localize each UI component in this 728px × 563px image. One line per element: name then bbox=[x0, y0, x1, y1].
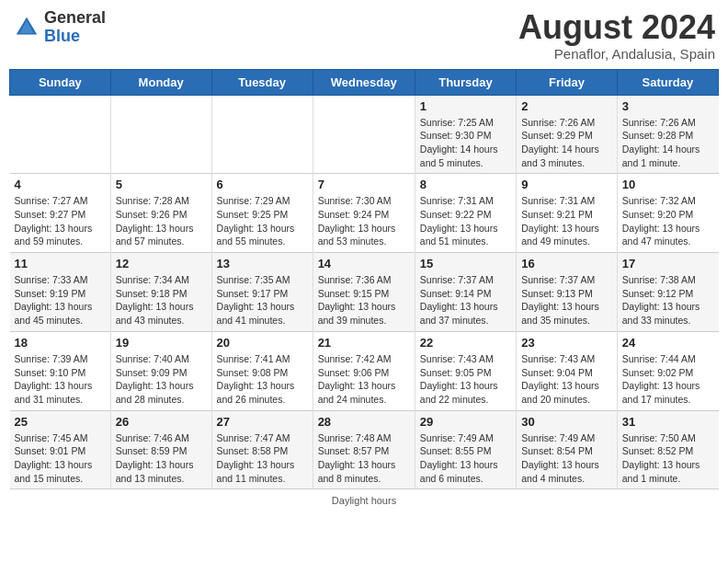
calendar-cell bbox=[313, 95, 415, 174]
day-header-sunday: Sunday bbox=[10, 69, 111, 95]
day-info: Sunrise: 7:39 AM Sunset: 9:10 PM Dayligh… bbox=[15, 352, 106, 407]
calendar-cell: 12Sunrise: 7:34 AM Sunset: 9:18 PM Dayli… bbox=[110, 253, 211, 332]
day-header-friday: Friday bbox=[517, 69, 618, 95]
calendar-cell: 10Sunrise: 7:32 AM Sunset: 9:20 PM Dayli… bbox=[617, 174, 718, 253]
day-info: Sunrise: 7:26 AM Sunset: 9:28 PM Dayligh… bbox=[622, 116, 714, 170]
header-row: SundayMondayTuesdayWednesdayThursdayFrid… bbox=[10, 69, 719, 95]
month-title: August 2024 bbox=[518, 9, 715, 46]
logo-general: General bbox=[44, 9, 106, 28]
calendar-cell: 21Sunrise: 7:42 AM Sunset: 9:06 PM Dayli… bbox=[313, 331, 415, 410]
day-info: Sunrise: 7:43 AM Sunset: 9:04 PM Dayligh… bbox=[521, 352, 612, 407]
calendar-cell: 26Sunrise: 7:46 AM Sunset: 8:59 PM Dayli… bbox=[110, 410, 211, 489]
day-info: Sunrise: 7:33 AM Sunset: 9:19 PM Dayligh… bbox=[15, 273, 106, 327]
day-number: 31 bbox=[622, 415, 714, 429]
day-info: Sunrise: 7:42 AM Sunset: 9:06 PM Dayligh… bbox=[318, 352, 410, 407]
day-number: 9 bbox=[521, 178, 612, 191]
day-number: 11 bbox=[15, 257, 106, 270]
day-number: 2 bbox=[521, 99, 612, 113]
calendar-cell: 20Sunrise: 7:41 AM Sunset: 9:08 PM Dayli… bbox=[211, 331, 313, 410]
calendar-cell: 29Sunrise: 7:49 AM Sunset: 8:55 PM Dayli… bbox=[415, 410, 516, 489]
calendar-cell: 7Sunrise: 7:30 AM Sunset: 9:24 PM Daylig… bbox=[313, 174, 415, 253]
day-number: 5 bbox=[116, 178, 207, 191]
calendar-cell: 1Sunrise: 7:25 AM Sunset: 9:30 PM Daylig… bbox=[415, 95, 516, 174]
calendar-cell bbox=[10, 95, 111, 174]
calendar-cell: 14Sunrise: 7:36 AM Sunset: 9:15 PM Dayli… bbox=[313, 253, 415, 332]
day-number: 10 bbox=[622, 178, 714, 191]
calendar-cell bbox=[211, 95, 313, 174]
day-header-thursday: Thursday bbox=[415, 69, 516, 95]
day-info: Sunrise: 7:26 AM Sunset: 9:29 PM Dayligh… bbox=[521, 116, 612, 170]
day-number: 12 bbox=[116, 257, 207, 270]
day-header-tuesday: Tuesday bbox=[211, 69, 313, 95]
day-info: Sunrise: 7:31 AM Sunset: 9:21 PM Dayligh… bbox=[521, 194, 612, 248]
day-info: Sunrise: 7:31 AM Sunset: 9:22 PM Dayligh… bbox=[420, 194, 511, 248]
day-info: Sunrise: 7:43 AM Sunset: 9:05 PM Dayligh… bbox=[420, 352, 511, 407]
week-row-1: 4Sunrise: 7:27 AM Sunset: 9:27 PM Daylig… bbox=[10, 174, 719, 253]
calendar-cell: 9Sunrise: 7:31 AM Sunset: 9:21 PM Daylig… bbox=[517, 174, 618, 253]
calendar-cell: 6Sunrise: 7:29 AM Sunset: 9:25 PM Daylig… bbox=[211, 174, 313, 253]
calendar-cell: 25Sunrise: 7:45 AM Sunset: 9:01 PM Dayli… bbox=[10, 410, 111, 489]
calendar-cell: 5Sunrise: 7:28 AM Sunset: 9:26 PM Daylig… bbox=[110, 174, 211, 253]
calendar-cell: 31Sunrise: 7:50 AM Sunset: 8:52 PM Dayli… bbox=[617, 410, 718, 489]
day-number: 4 bbox=[15, 178, 106, 191]
location-subtitle: Penaflor, Andalusia, Spain bbox=[518, 46, 715, 62]
day-number: 1 bbox=[420, 99, 511, 113]
calendar-cell: 23Sunrise: 7:43 AM Sunset: 9:04 PM Dayli… bbox=[517, 331, 618, 410]
day-number: 16 bbox=[521, 257, 612, 270]
page-header: General Blue August 2024 Penaflor, Andal… bbox=[9, 9, 719, 62]
day-info: Sunrise: 7:50 AM Sunset: 8:52 PM Dayligh… bbox=[622, 431, 714, 486]
day-info: Sunrise: 7:37 AM Sunset: 9:14 PM Dayligh… bbox=[420, 273, 511, 327]
day-number: 24 bbox=[622, 336, 714, 350]
logo: General Blue bbox=[13, 9, 106, 46]
calendar-cell: 2Sunrise: 7:26 AM Sunset: 9:29 PM Daylig… bbox=[517, 95, 618, 174]
day-number: 8 bbox=[420, 178, 511, 191]
day-info: Sunrise: 7:29 AM Sunset: 9:25 PM Dayligh… bbox=[217, 194, 308, 248]
day-info: Sunrise: 7:49 AM Sunset: 8:54 PM Dayligh… bbox=[521, 431, 612, 486]
day-info: Sunrise: 7:30 AM Sunset: 9:24 PM Dayligh… bbox=[318, 194, 410, 248]
day-info: Sunrise: 7:46 AM Sunset: 8:59 PM Dayligh… bbox=[116, 431, 207, 486]
calendar-cell: 3Sunrise: 7:26 AM Sunset: 9:28 PM Daylig… bbox=[617, 95, 718, 174]
calendar-cell: 22Sunrise: 7:43 AM Sunset: 9:05 PM Dayli… bbox=[415, 331, 516, 410]
logo-icon bbox=[13, 14, 40, 41]
day-info: Sunrise: 7:38 AM Sunset: 9:12 PM Dayligh… bbox=[622, 273, 714, 327]
calendar-cell: 24Sunrise: 7:44 AM Sunset: 9:02 PM Dayli… bbox=[617, 331, 718, 410]
day-number: 22 bbox=[420, 336, 511, 350]
day-number: 15 bbox=[420, 257, 511, 270]
calendar-cell: 13Sunrise: 7:35 AM Sunset: 9:17 PM Dayli… bbox=[211, 253, 313, 332]
calendar-cell: 15Sunrise: 7:37 AM Sunset: 9:14 PM Dayli… bbox=[415, 253, 516, 332]
day-number: 23 bbox=[521, 336, 612, 350]
day-number: 20 bbox=[217, 336, 308, 350]
footer-note: Daylight hours bbox=[9, 495, 719, 506]
day-info: Sunrise: 7:27 AM Sunset: 9:27 PM Dayligh… bbox=[15, 194, 106, 248]
day-number: 14 bbox=[318, 257, 410, 270]
day-info: Sunrise: 7:34 AM Sunset: 9:18 PM Dayligh… bbox=[116, 273, 207, 327]
day-info: Sunrise: 7:32 AM Sunset: 9:20 PM Dayligh… bbox=[622, 194, 714, 248]
calendar-cell: 18Sunrise: 7:39 AM Sunset: 9:10 PM Dayli… bbox=[10, 331, 111, 410]
day-info: Sunrise: 7:49 AM Sunset: 8:55 PM Dayligh… bbox=[420, 431, 511, 486]
day-info: Sunrise: 7:41 AM Sunset: 9:08 PM Dayligh… bbox=[217, 352, 308, 407]
day-number: 6 bbox=[217, 178, 308, 191]
day-number: 7 bbox=[318, 178, 410, 191]
calendar-cell bbox=[110, 95, 211, 174]
day-number: 29 bbox=[420, 415, 511, 429]
calendar-cell: 28Sunrise: 7:48 AM Sunset: 8:57 PM Dayli… bbox=[313, 410, 415, 489]
day-header-wednesday: Wednesday bbox=[313, 69, 415, 95]
day-info: Sunrise: 7:44 AM Sunset: 9:02 PM Dayligh… bbox=[622, 352, 714, 407]
day-number: 26 bbox=[116, 415, 207, 429]
day-number: 13 bbox=[217, 257, 308, 270]
day-header-monday: Monday bbox=[110, 69, 211, 95]
calendar-cell: 8Sunrise: 7:31 AM Sunset: 9:22 PM Daylig… bbox=[415, 174, 516, 253]
day-info: Sunrise: 7:36 AM Sunset: 9:15 PM Dayligh… bbox=[318, 273, 410, 327]
calendar-cell: 19Sunrise: 7:40 AM Sunset: 9:09 PM Dayli… bbox=[110, 331, 211, 410]
calendar-cell: 4Sunrise: 7:27 AM Sunset: 9:27 PM Daylig… bbox=[10, 174, 111, 253]
day-info: Sunrise: 7:28 AM Sunset: 9:26 PM Dayligh… bbox=[116, 194, 207, 248]
week-row-2: 11Sunrise: 7:33 AM Sunset: 9:19 PM Dayli… bbox=[10, 253, 719, 332]
logo-text: General Blue bbox=[44, 9, 106, 46]
week-row-4: 25Sunrise: 7:45 AM Sunset: 9:01 PM Dayli… bbox=[10, 410, 719, 489]
day-number: 3 bbox=[622, 99, 714, 113]
day-number: 28 bbox=[318, 415, 410, 429]
week-row-3: 18Sunrise: 7:39 AM Sunset: 9:10 PM Dayli… bbox=[10, 331, 719, 410]
day-info: Sunrise: 7:47 AM Sunset: 8:58 PM Dayligh… bbox=[217, 431, 308, 486]
day-info: Sunrise: 7:35 AM Sunset: 9:17 PM Dayligh… bbox=[217, 273, 308, 327]
day-number: 17 bbox=[622, 257, 714, 270]
